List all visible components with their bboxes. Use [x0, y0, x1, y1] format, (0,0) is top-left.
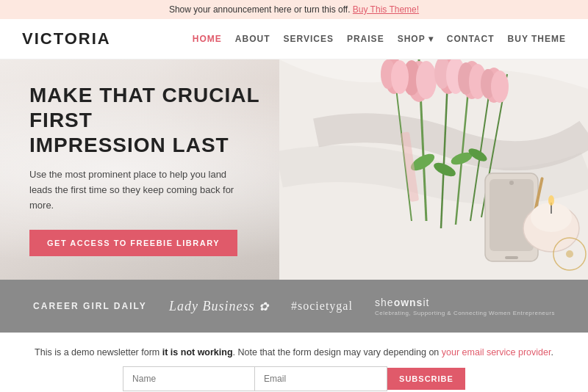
svg-point-13	[416, 61, 437, 99]
announcement-link[interactable]: Buy This Theme!	[353, 4, 419, 15]
hero-subtext: Use the most prominent place to help you…	[29, 167, 250, 213]
newsletter-description: This is a demo newsletter form it is not…	[22, 347, 566, 357]
svg-rect-28	[505, 256, 518, 259]
hero-image	[279, 59, 588, 280]
tulips-svg	[279, 59, 588, 280]
svg-point-22	[391, 60, 409, 94]
nav-item-shop[interactable]: SHOP ▾	[398, 34, 434, 44]
newsletter-link[interactable]: your email service provider	[442, 347, 551, 357]
header: VICTORIA HOME ABOUT SERVICES PRAISE SHOP…	[0, 19, 588, 59]
cta-button[interactable]: GET ACCESS TO FREEBIE LIBRARY	[29, 230, 237, 256]
logo: VICTORIA	[22, 29, 111, 48]
svg-point-29	[509, 181, 514, 185]
hero-section: MAKE THAT CRUCIAL FIRST IMPRESSION LAST …	[0, 59, 588, 280]
svg-point-35	[548, 195, 554, 206]
brand-societygal: #societygal	[291, 300, 353, 313]
nav-item-contact[interactable]: CONTACT	[447, 34, 495, 44]
nav-item-buy-theme[interactable]: BUY THEME	[508, 34, 566, 44]
newsletter-section: This is a demo newsletter form it is not…	[0, 333, 588, 392]
subscribe-button[interactable]: SUBSCRIBE	[387, 368, 465, 390]
email-input[interactable]	[255, 366, 387, 391]
nav-item-praise[interactable]: PRAISE	[347, 34, 384, 44]
brand-bar: CAREER GIRL DAILY Lady Business ✿ #socie…	[0, 280, 588, 333]
newsletter-form: SUBSCRIBE	[22, 366, 566, 391]
announcement-text: Show your announcement here or turn this…	[169, 4, 353, 15]
announcement-bar: Show your announcement here or turn this…	[0, 0, 588, 19]
svg-point-25	[491, 70, 509, 103]
svg-point-37	[566, 250, 573, 258]
name-input[interactable]	[123, 366, 255, 391]
nav-item-services[interactable]: SERVICES	[283, 34, 333, 44]
brand-lady-business: Lady Business ✿	[169, 299, 269, 314]
brand-career-girl-daily: CAREER GIRL DAILY	[33, 301, 147, 311]
nav-item-about[interactable]: ABOUT	[235, 34, 270, 44]
brand-she-owns-it: sheownsit Celebrating, Supporting & Conn…	[375, 297, 555, 316]
hero-content: MAKE THAT CRUCIAL FIRST IMPRESSION LAST …	[0, 68, 294, 270]
hero-heading: MAKE THAT CRUCIAL FIRST IMPRESSION LAST	[29, 83, 265, 157]
nav: HOME ABOUT SERVICES PRAISE SHOP ▾ CONTAC…	[193, 34, 566, 44]
nav-item-home[interactable]: HOME	[193, 34, 222, 44]
